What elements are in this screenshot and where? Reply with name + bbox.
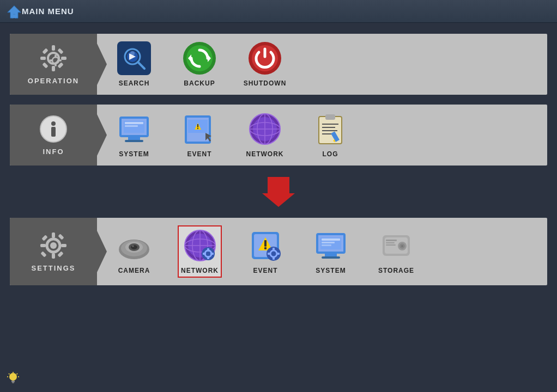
- svg-rect-101: [268, 253, 270, 255]
- info-items: SYSTEM EVENT: [97, 105, 547, 166]
- svg-rect-9: [42, 62, 48, 68]
- svg-rect-66: [52, 253, 55, 259]
- svg-rect-105: [325, 254, 337, 256]
- svg-rect-71: [40, 251, 46, 257]
- svg-point-78: [132, 246, 134, 247]
- info-log-item[interactable]: LOG: [308, 112, 352, 158]
- svg-point-31: [51, 121, 56, 126]
- settings-event-label: EVENT: [253, 267, 277, 274]
- settings-event-item[interactable]: EVENT: [244, 229, 287, 274]
- settings-label-area: SETTINGS: [10, 218, 97, 285]
- footer: [7, 371, 20, 387]
- info-label: INFO: [43, 148, 64, 156]
- settings-camera-label: CAMERA: [118, 267, 150, 274]
- shutdown-label: SHUTDOWN: [244, 79, 287, 87]
- settings-network-item[interactable]: NETWORK: [178, 225, 222, 278]
- svg-rect-95: [264, 240, 267, 247]
- settings-system-label: SYSTEM: [316, 267, 346, 274]
- settings-camera-item[interactable]: CAMERA: [112, 229, 156, 274]
- backup-menu-item[interactable]: BACKUP: [178, 41, 221, 87]
- info-network-item[interactable]: NETWORK: [243, 112, 287, 158]
- info-event-label: EVENT: [187, 150, 211, 158]
- settings-network-label: NETWORK: [181, 267, 219, 274]
- svg-rect-68: [61, 244, 66, 247]
- settings-camera-icon: [117, 229, 151, 262]
- settings-label: SETTINGS: [31, 264, 75, 272]
- backup-label: BACKUP: [184, 79, 215, 87]
- svg-rect-13: [55, 63, 57, 66]
- svg-point-119: [9, 373, 17, 381]
- settings-section: SETTINGS CAMERA: [10, 218, 547, 285]
- svg-rect-102: [277, 253, 280, 255]
- info-label-area: i INFO: [10, 105, 97, 166]
- settings-system-icon: [314, 229, 348, 262]
- svg-rect-14: [50, 59, 53, 62]
- svg-rect-43: [197, 124, 198, 127]
- svg-rect-90: [203, 253, 206, 255]
- settings-gear-icon: [39, 231, 68, 260]
- svg-rect-8: [57, 48, 63, 54]
- info-event-icon: [183, 112, 216, 146]
- svg-rect-96: [264, 247, 267, 249]
- info-event-item[interactable]: EVENT: [178, 112, 221, 158]
- svg-rect-38: [125, 125, 138, 127]
- shutdown-menu-item[interactable]: SHUTDOWN: [243, 41, 287, 87]
- svg-rect-120: [11, 381, 15, 382]
- svg-rect-91: [210, 253, 214, 255]
- svg-rect-121: [12, 382, 14, 383]
- svg-rect-109: [322, 242, 335, 243]
- home-icon: [7, 4, 22, 19]
- svg-rect-30: [51, 127, 56, 137]
- shutdown-icon: [248, 41, 282, 75]
- svg-rect-116: [386, 240, 397, 241]
- settings-network-icon: [183, 229, 217, 262]
- search-menu-item[interactable]: SEARCH: [112, 41, 156, 87]
- svg-rect-5: [40, 57, 46, 60]
- info-system-label: SYSTEM: [119, 150, 149, 158]
- svg-rect-89: [207, 256, 209, 259]
- svg-point-115: [401, 245, 403, 247]
- svg-rect-44: [197, 128, 198, 129]
- svg-rect-108: [322, 238, 340, 241]
- svg-rect-1: [13, 14, 16, 18]
- arrow-container: [10, 175, 547, 208]
- svg-rect-12: [55, 54, 57, 58]
- info-network-icon: [248, 112, 282, 146]
- svg-rect-117: [386, 242, 395, 243]
- svg-line-126: [9, 373, 10, 375]
- svg-line-123: [17, 373, 18, 375]
- info-icon: i: [39, 115, 68, 143]
- info-system-item[interactable]: SYSTEM: [112, 112, 156, 158]
- svg-rect-100: [273, 257, 275, 260]
- svg-rect-69: [41, 235, 47, 241]
- info-log-label: LOG: [323, 150, 338, 158]
- svg-rect-99: [273, 248, 275, 250]
- info-section: i INFO: [10, 105, 547, 166]
- svg-rect-35: [125, 140, 143, 142]
- operation-label-area: OPERATION: [10, 34, 97, 95]
- settings-event-icon: [249, 229, 282, 262]
- svg-rect-67: [40, 244, 46, 247]
- svg-rect-106: [322, 256, 340, 259]
- backup-icon: [183, 41, 216, 75]
- svg-rect-88: [207, 248, 209, 252]
- settings-items: CAMERA: [97, 218, 547, 285]
- info-system-icon: [117, 112, 151, 146]
- header: MAIN MENU: [0, 0, 557, 23]
- svg-point-64: [50, 242, 57, 249]
- svg-rect-34: [128, 137, 140, 140]
- svg-marker-62: [262, 177, 295, 207]
- info-network-label: NETWORK: [246, 150, 284, 158]
- svg-point-77: [131, 245, 137, 249]
- svg-rect-72: [57, 251, 63, 257]
- operation-section: OPERATION SEARCH: [10, 34, 547, 95]
- info-log-icon: [313, 112, 347, 146]
- svg-rect-118: [386, 244, 396, 246]
- svg-rect-7: [42, 48, 48, 54]
- settings-system-item[interactable]: SYSTEM: [309, 229, 353, 274]
- main-content: OPERATION SEARCH: [0, 23, 557, 296]
- svg-rect-70: [58, 234, 64, 240]
- svg-rect-110: [322, 244, 331, 246]
- settings-storage-item[interactable]: STORAGE: [374, 229, 418, 274]
- settings-storage-label: STORAGE: [378, 267, 414, 274]
